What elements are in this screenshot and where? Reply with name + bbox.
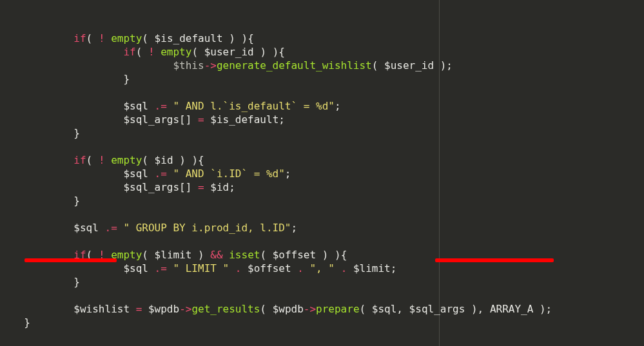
code-line — [12, 289, 18, 302]
fn-empty: empty — [111, 32, 142, 44]
code-line: $sql_args[] = $id; — [12, 181, 235, 193]
code-line: if( ! empty( $is_default ) ){ — [12, 32, 254, 44]
code-line — [12, 140, 18, 153]
code-line: $sql .= " GROUP BY i.prod_id, l.ID"; — [12, 222, 297, 234]
var-sql-args: $sql_args — [123, 113, 179, 126]
code-line: } — [12, 73, 130, 85]
fn-get-results: get_results — [191, 303, 260, 315]
fn-prepare: prepare — [316, 303, 359, 315]
str-comma: ", " — [309, 262, 335, 274]
highlight-annotation-left — [24, 258, 117, 262]
code-line: $sql .= " AND l.`is_default` = %d"; — [12, 100, 341, 112]
code-line: } — [12, 276, 80, 288]
code-line: } — [12, 316, 30, 329]
code-line: } — [12, 195, 80, 207]
var-offset: $offset — [273, 249, 316, 261]
str-group-by: " GROUP BY i.prod_id, l.ID" — [123, 222, 291, 234]
code-line: $wishlist = $wpdb->get_results( $wpdb->p… — [12, 303, 552, 315]
var-this: $this — [173, 59, 204, 72]
code-line: $sql_args[] = $is_default; — [12, 113, 285, 126]
fn-generate-default-wishlist: generate_default_wishlist — [217, 59, 372, 72]
kw-if: if — [73, 32, 86, 44]
code-line — [12, 235, 18, 247]
code-line: } — [12, 127, 80, 139]
str-and-is-default: " AND l.`is_default` = %d" — [173, 100, 334, 112]
code-line: $this->generate_default_wishlist( $user_… — [12, 59, 453, 72]
var-id: $id — [155, 154, 173, 166]
code-line — [12, 208, 18, 220]
code-line: if( ! empty( $user_id ) ){ — [12, 46, 285, 58]
var-sql: $sql — [123, 100, 148, 112]
code-line — [12, 86, 18, 99]
var-wpdb: $wpdb — [148, 303, 179, 315]
var-user-id: $user_id — [204, 46, 254, 58]
var-is-default: $is_default — [155, 32, 223, 44]
str-and-iid: " AND `i.ID` = %d" — [173, 168, 284, 180]
str-limit: " LIMIT " — [173, 262, 229, 274]
highlight-annotation-right — [435, 258, 554, 262]
code-editor[interactable]: if( ! empty( $is_default ) ){ if( ! empt… — [0, 0, 644, 329]
code-line: $sql .= " LIMIT " . $offset . ", " . $li… — [12, 262, 396, 274]
code-line: if( ! empty( $id ) ){ — [12, 154, 204, 166]
var-wishlist: $wishlist — [73, 303, 130, 315]
var-limit: $limit — [155, 249, 192, 261]
const-array-a: ARRAY_A — [490, 303, 533, 315]
fn-isset: isset — [229, 249, 260, 261]
code-line: $sql .= " AND `i.ID` = %d"; — [12, 168, 291, 180]
